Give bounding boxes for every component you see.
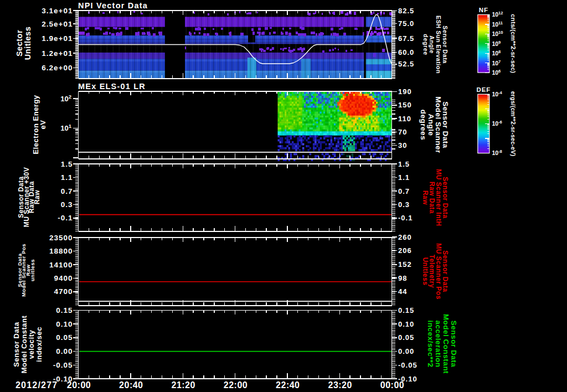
svg-text:Angle: Angle <box>429 35 435 54</box>
svg-text:0.00: 0.00 <box>56 347 73 355</box>
svg-text:1.9e+01: 1.9e+01 <box>42 34 73 43</box>
svg-text:MEx ELS-01 LR: MEx ELS-01 LR <box>78 82 146 91</box>
svg-text:20:00: 20:00 <box>67 380 91 390</box>
svg-text:2012/277: 2012/277 <box>16 380 58 390</box>
svg-text:-0.1: -0.1 <box>58 214 73 222</box>
svg-text:0.05: 0.05 <box>56 333 73 342</box>
svg-text:eV: eV <box>39 120 47 130</box>
svg-text:index/sec: index/sec <box>35 327 43 362</box>
svg-text:20:40: 20:40 <box>119 380 143 390</box>
svg-text:0.15: 0.15 <box>398 306 414 314</box>
svg-text:-0.05: -0.05 <box>53 361 73 369</box>
svg-text:23500: 23500 <box>49 234 73 242</box>
svg-text:70: 70 <box>398 128 407 136</box>
svg-text:190: 190 <box>398 87 412 96</box>
svg-text:cnts/(cm**2-sr-sec): cnts/(cm**2-sr-sec) <box>510 14 517 73</box>
svg-text:23:20: 23:20 <box>328 380 352 390</box>
svg-text:ESH Sun Elevation: ESH Sun Elevation <box>435 16 442 74</box>
svg-text:Raw: Raw <box>33 190 41 204</box>
svg-text:14100: 14100 <box>49 261 73 269</box>
svg-text:3.1e+01: 3.1e+01 <box>42 7 73 15</box>
svg-text:Unitless: Unitless <box>23 27 32 60</box>
svg-text:00:00: 00:00 <box>380 380 404 390</box>
svg-text:18800: 18800 <box>49 247 73 255</box>
svg-text:unitless: unitless <box>29 259 35 281</box>
svg-text:75.0: 75.0 <box>398 19 414 28</box>
svg-text:Model Constant: Model Constant <box>442 314 450 374</box>
svg-text:152: 152 <box>398 260 412 269</box>
svg-text:Sensor Data: Sensor Data <box>442 25 449 64</box>
svg-text:-0.1: -0.1 <box>398 214 413 222</box>
svg-text:NPI Vector Data: NPI Vector Data <box>78 1 148 10</box>
svg-text:60.0: 60.0 <box>398 48 414 56</box>
svg-text:1.5: 1.5 <box>398 160 410 168</box>
svg-text:Raw: Raw <box>421 190 429 205</box>
svg-text:82.5: 82.5 <box>398 7 414 15</box>
svg-text:0.3: 0.3 <box>61 200 73 209</box>
svg-text:30: 30 <box>398 141 407 149</box>
svg-text:1.1: 1.1 <box>61 173 73 182</box>
svg-text:degrees: degrees <box>419 110 427 140</box>
svg-text:9400: 9400 <box>54 274 73 282</box>
svg-text:1.1: 1.1 <box>398 173 410 182</box>
svg-text:-0.05: -0.05 <box>398 361 417 369</box>
svg-text:52.5: 52.5 <box>398 60 414 68</box>
svg-text:6.2e+00: 6.2e+00 <box>42 64 73 72</box>
svg-text:0.00: 0.00 <box>398 347 414 355</box>
svg-text:Sensor Data: Sensor Data <box>450 321 458 367</box>
svg-text:0.7: 0.7 <box>398 187 410 195</box>
svg-text:Sector: Sector <box>15 30 24 56</box>
svg-text:0.15: 0.15 <box>56 306 73 314</box>
svg-text:NF: NF <box>479 7 488 13</box>
svg-text:22:40: 22:40 <box>276 380 300 390</box>
svg-text:206: 206 <box>398 246 412 255</box>
svg-text:0.05: 0.05 <box>398 333 414 342</box>
svg-text:98: 98 <box>398 274 407 282</box>
svg-text:2.5e+01: 2.5e+01 <box>42 20 73 28</box>
svg-text:incex/sec**2: incex/sec**2 <box>426 321 435 368</box>
svg-text:Unitless: Unitless <box>421 257 429 286</box>
svg-text:0.7: 0.7 <box>61 187 73 195</box>
svg-text:1.5: 1.5 <box>61 160 73 168</box>
svg-text:110: 110 <box>398 115 411 123</box>
svg-text:150: 150 <box>398 101 412 109</box>
svg-text:4700: 4700 <box>54 287 73 296</box>
svg-text:ergs/(cm**2-sr-sec-eV): ergs/(cm**2-sr-sec-eV) <box>510 91 517 156</box>
svg-text:DEF: DEF <box>477 86 491 93</box>
svg-text:0.10: 0.10 <box>56 320 73 328</box>
svg-text:degree: degree <box>422 34 429 55</box>
svg-text:67.5: 67.5 <box>398 34 414 43</box>
svg-text:acceleration: acceleration <box>434 321 442 368</box>
svg-text:22:00: 22:00 <box>224 380 248 390</box>
svg-text:1.2e+01: 1.2e+01 <box>42 49 73 58</box>
svg-text:0.10: 0.10 <box>398 320 414 328</box>
svg-text:260: 260 <box>398 233 412 241</box>
svg-text:44: 44 <box>398 287 407 296</box>
svg-text:21:20: 21:20 <box>171 380 195 390</box>
svg-text:0.3: 0.3 <box>398 200 410 209</box>
